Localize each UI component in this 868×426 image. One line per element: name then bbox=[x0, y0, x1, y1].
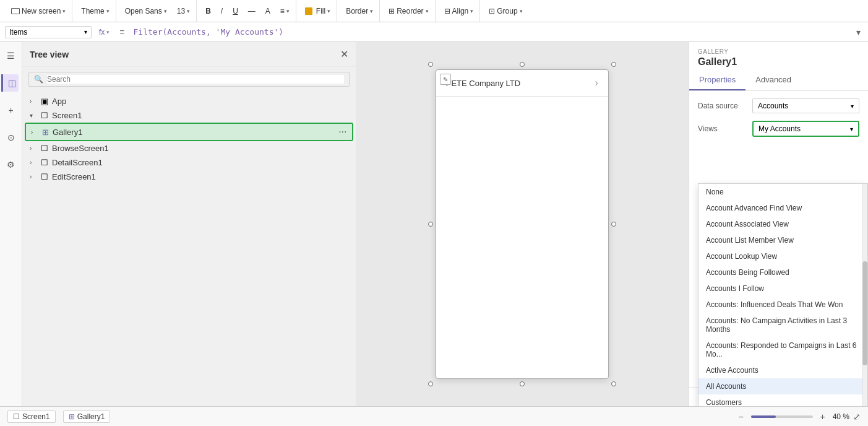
group-label: Group bbox=[497, 7, 517, 15]
views-dropdown[interactable]: My Accounts ▾ bbox=[752, 121, 859, 137]
reorder-button[interactable]: ⊞ Reorder ▾ bbox=[385, 6, 432, 17]
plus-icon[interactable]: + bbox=[2, 102, 20, 119]
top-toolbar: New screen ▾ Theme ▾ Open Sans ▾ 13 ▾ B … bbox=[0, 0, 868, 22]
tree-item-editscreen1[interactable]: › ☐ EditScreen1 bbox=[22, 170, 356, 184]
handle-right bbox=[611, 222, 616, 227]
align-button[interactable]: ≡ ▾ bbox=[277, 6, 293, 17]
strikethrough-button[interactable]: — bbox=[244, 6, 259, 17]
handle-left bbox=[428, 222, 433, 227]
dd-item-i-follow[interactable]: Accounts I Follow bbox=[698, 280, 867, 297]
dd-item-no-campaign[interactable]: Accounts: No Campaign Activities in Last… bbox=[698, 313, 867, 337]
theme-chevron: ▾ bbox=[106, 8, 110, 14]
menu-icon[interactable]: ☰ bbox=[2, 47, 20, 64]
align-menu-icon: ⊟ bbox=[444, 7, 450, 15]
detailscreen1-icon: ☐ bbox=[41, 158, 48, 167]
tab-properties[interactable]: Properties bbox=[689, 70, 746, 90]
phone-frame[interactable]: ✎ PETE Company LTD › bbox=[436, 69, 609, 379]
dd-item-customers[interactable]: Customers bbox=[698, 394, 867, 406]
expand-arrow-browse: › bbox=[30, 145, 37, 152]
editscreen1-icon: ☐ bbox=[41, 172, 48, 181]
border-label: Border bbox=[346, 7, 368, 15]
editscreen1-label: EditScreen1 bbox=[52, 172, 348, 181]
zoom-expand-icon[interactable]: ⤢ bbox=[853, 412, 861, 422]
new-screen-button[interactable]: New screen ▾ bbox=[7, 6, 69, 17]
handle-tr bbox=[611, 62, 616, 67]
dd-item-influenced-deals[interactable]: Accounts: Influenced Deals That We Won bbox=[698, 297, 867, 313]
expand-arrow-gallery1: › bbox=[31, 129, 38, 136]
underline-button[interactable]: U bbox=[229, 6, 242, 17]
italic-button[interactable]: / bbox=[217, 6, 226, 17]
italic-label: / bbox=[221, 7, 223, 15]
group-button[interactable]: ⊡ Group ▾ bbox=[485, 6, 526, 17]
zoom-minus-button[interactable]: − bbox=[735, 411, 747, 423]
tree-view-title: Tree view bbox=[30, 50, 69, 59]
scrollbar-thumb[interactable] bbox=[862, 261, 867, 365]
layers-icon[interactable]: ◫ bbox=[1, 74, 19, 92]
fill-label: Fill bbox=[316, 7, 325, 15]
zoom-plus-button[interactable]: + bbox=[817, 411, 829, 423]
tab-advanced[interactable]: Advanced bbox=[746, 70, 801, 90]
formula-input[interactable] bbox=[131, 26, 850, 38]
gallery1-label: Gallery1 bbox=[53, 128, 336, 137]
font-family-button[interactable]: Open Sans ▾ bbox=[121, 6, 171, 17]
settings-icon[interactable]: ⚙ bbox=[2, 156, 20, 173]
dd-item-lookup[interactable]: Account Lookup View bbox=[698, 248, 867, 264]
reorder-icon: ⊞ bbox=[389, 7, 395, 15]
dd-item-responded[interactable]: Accounts: Responded to Campaigns in Last… bbox=[698, 337, 867, 362]
reorder-label: Reorder bbox=[397, 7, 423, 15]
handle-br bbox=[611, 381, 616, 386]
dd-item-active-accounts[interactable]: Active Accounts bbox=[698, 362, 867, 378]
tab-gallery1-icon: ⊞ bbox=[69, 412, 75, 421]
font-size-button[interactable]: 13 ▾ bbox=[173, 6, 194, 17]
database-icon[interactable]: ⊙ bbox=[2, 129, 20, 146]
dd-item-all-accounts[interactable]: All Accounts bbox=[698, 378, 867, 394]
zoom-slider-track[interactable] bbox=[751, 415, 813, 418]
dd-item-being-followed[interactable]: Accounts Being Followed bbox=[698, 264, 867, 280]
tree-item-detailscreen1[interactable]: › ☐ DetailScreen1 bbox=[22, 155, 356, 170]
tree-item-gallery1[interactable]: › ⊞ Gallery1 ··· bbox=[25, 123, 353, 141]
fx-chevron: ▾ bbox=[106, 29, 110, 35]
border-button[interactable]: Border ▾ bbox=[342, 6, 377, 17]
tree-item-browsescreen1[interactable]: › ☐ BrowseScreen1 bbox=[22, 141, 356, 155]
data-source-chevron: ▾ bbox=[851, 103, 854, 110]
data-source-dropdown[interactable]: Accounts ▾ bbox=[752, 98, 859, 113]
items-dropdown-chevron: ▾ bbox=[84, 28, 87, 35]
bottom-bar: ☐ Screen1 ⊞ Gallery1 − + 40 % ⤢ bbox=[0, 406, 868, 426]
dd-item-none[interactable]: None bbox=[698, 184, 867, 200]
phone-container: ✎ PETE Company LTD › bbox=[436, 69, 609, 379]
data-source-value: Accounts bbox=[758, 102, 788, 110]
app-icon: ▣ bbox=[41, 97, 48, 106]
screen1-label: Screen1 bbox=[52, 111, 348, 120]
tab-screen1-label: Screen1 bbox=[22, 412, 50, 421]
gallery1-more-button[interactable]: ··· bbox=[338, 126, 346, 137]
bold-button[interactable]: B bbox=[202, 6, 215, 17]
views-value: My Accounts bbox=[758, 124, 801, 133]
align-menu-button[interactable]: ⊟ Align ▾ bbox=[440, 6, 478, 17]
tab-screen1-button[interactable]: ☐ Screen1 bbox=[7, 411, 56, 423]
font-size-label: 13 bbox=[177, 7, 185, 15]
theme-button[interactable]: Theme ▾ bbox=[77, 6, 113, 17]
align-label: ≡ bbox=[280, 7, 285, 15]
tab-screen1-icon: ☐ bbox=[13, 412, 20, 421]
fill-button[interactable]: Fill ▾ bbox=[301, 6, 334, 17]
expand-arrow-app: › bbox=[30, 98, 37, 105]
dd-item-list-member[interactable]: Account List Member View bbox=[698, 232, 867, 248]
tree-item-screen1[interactable]: ▾ ☐ Screen1 bbox=[22, 108, 356, 123]
new-screen-group: New screen ▾ bbox=[5, 0, 72, 22]
panel-title: Gallery1 bbox=[698, 56, 859, 67]
formula-bar: Items ▾ fx ▾ = ▾ bbox=[0, 22, 868, 42]
tree-close-button[interactable]: ✕ bbox=[340, 48, 348, 60]
company-name: PETE Company LTD bbox=[446, 79, 520, 88]
canvas-area: ✎ PETE Company LTD › bbox=[356, 42, 689, 406]
formula-expand-icon[interactable]: ▾ bbox=[854, 27, 863, 37]
dd-item-assoc[interactable]: Account Associated View bbox=[698, 216, 867, 232]
screen-icon bbox=[11, 8, 20, 14]
tab-gallery1-button[interactable]: ⊞ Gallery1 bbox=[63, 411, 111, 423]
dd-item-adv-find[interactable]: Account Advanced Find View bbox=[698, 200, 867, 216]
items-dropdown[interactable]: Items ▾ bbox=[5, 26, 92, 38]
tree-item-app[interactable]: › ▣ App bbox=[22, 94, 356, 108]
search-input[interactable] bbox=[47, 75, 344, 84]
data-source-label: Data source bbox=[698, 102, 747, 110]
fx-button[interactable]: fx ▾ bbox=[95, 27, 113, 38]
font-color-button[interactable]: A bbox=[262, 6, 274, 17]
